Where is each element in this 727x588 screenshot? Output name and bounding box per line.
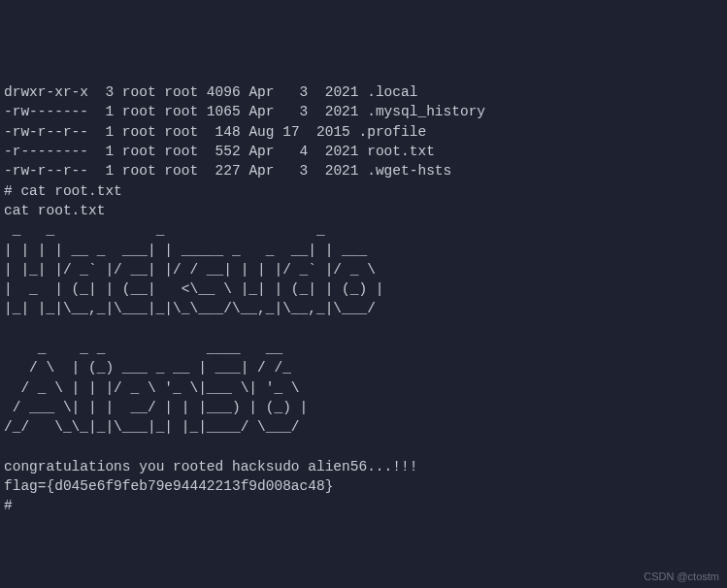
year: 2021 <box>325 84 359 100</box>
ascii-art-line: | _ | (_| | (__| <\__ \ |_| | (_| | (_) … <box>4 281 451 297</box>
links: 3 <box>105 84 114 100</box>
ascii-art-line: / ___ \| | | __/ | | |___) | (_) | <box>4 400 376 415</box>
perm: -r-------- <box>4 144 88 159</box>
year: 2015 <box>316 124 350 140</box>
prompt-line[interactable]: # <box>4 498 20 513</box>
ascii-art-line: / _ \ | | |/ _ \ '_ \|___ \| '_ \ <box>4 380 376 396</box>
ascii-art-line: | | | | __ _ ___| | _____ _ _ __| | ___ <box>4 243 451 258</box>
links: 1 <box>105 144 114 159</box>
perm: -rw-r--r-- <box>4 124 88 140</box>
month: Apr <box>248 144 274 159</box>
filename: .profile <box>359 124 427 140</box>
day: 3 <box>291 84 308 100</box>
group: root <box>164 124 198 140</box>
size: 148 <box>207 124 241 140</box>
owner: root <box>122 124 156 140</box>
filename: .local <box>367 84 417 100</box>
ascii-art-line <box>4 321 435 337</box>
size: 227 <box>207 163 241 179</box>
perm: -rw-r--r-- <box>4 163 88 179</box>
month: Apr <box>248 104 274 119</box>
ascii-art-line: /_/ \_\_|_|\___|_| |_|____/ \___/ <box>4 419 384 435</box>
ascii-art-line: | |_| |/ _` |/ __| |/ / __| | | |/ _` |/… <box>4 262 451 278</box>
month: Apr <box>248 84 274 100</box>
size: 4096 <box>207 84 241 100</box>
filename: root.txt <box>367 144 435 159</box>
day: 17 <box>282 124 299 140</box>
group: root <box>164 163 198 179</box>
month: Apr <box>248 163 274 179</box>
watermark-text: CSDN @ctostm <box>644 570 719 584</box>
owner: root <box>122 104 156 119</box>
links: 1 <box>105 124 114 140</box>
perm: drwxr-xr-x <box>4 84 88 100</box>
month: Aug <box>248 124 274 140</box>
year: 2021 <box>325 144 359 159</box>
ls-row: -rw-r--r-- 1 root root 227 Apr 3 2021 .w… <box>4 163 451 179</box>
group: root <box>164 104 198 119</box>
ls-row: -r-------- 1 root root 552 Apr 4 2021 ro… <box>4 144 435 159</box>
links: 1 <box>105 163 114 179</box>
group: root <box>164 144 198 159</box>
prompt-line[interactable]: # cat root.txt <box>4 183 122 199</box>
filename: .mysql_history <box>367 104 485 119</box>
filename: .wget-hsts <box>367 163 451 179</box>
owner: root <box>122 144 156 159</box>
size: 1065 <box>207 104 241 119</box>
flag-output: flag={d045e6f9feb79e94442213f9d008ac48} <box>4 478 333 494</box>
ls-row: -rw------- 1 root root 1065 Apr 3 2021 .… <box>4 104 485 119</box>
ls-row: drwxr-xr-x 3 root root 4096 Apr 3 2021 .… <box>4 84 417 100</box>
command-echo: cat root.txt <box>4 203 105 218</box>
day: 4 <box>291 144 308 159</box>
ascii-art-line: _ _ _ _ <box>4 222 451 238</box>
day: 3 <box>291 163 308 179</box>
ascii-art-line: |_| |_|\__,_|\___|_|\_\___/\__,_|\__,_|\… <box>4 301 451 316</box>
links: 1 <box>105 104 114 119</box>
congrats-message: congratulations you rooted hacksudo alie… <box>4 459 417 474</box>
day: 3 <box>291 104 308 119</box>
size: 552 <box>207 144 241 159</box>
ascii-art-line: / \ | (_) ___ _ __ | ___| / /_ <box>4 360 376 376</box>
terminal-output: drwxr-xr-x 3 root root 4096 Apr 3 2021 .… <box>4 82 723 516</box>
ls-row: -rw-r--r-- 1 root root 148 Aug 17 2015 .… <box>4 124 426 140</box>
owner: root <box>122 163 156 179</box>
owner: root <box>122 84 156 100</box>
year: 2021 <box>325 104 359 119</box>
group: root <box>164 84 198 100</box>
year: 2021 <box>325 163 359 179</box>
perm: -rw------- <box>4 104 88 119</box>
ascii-art-line: _ _ _ ____ __ <box>4 341 376 356</box>
